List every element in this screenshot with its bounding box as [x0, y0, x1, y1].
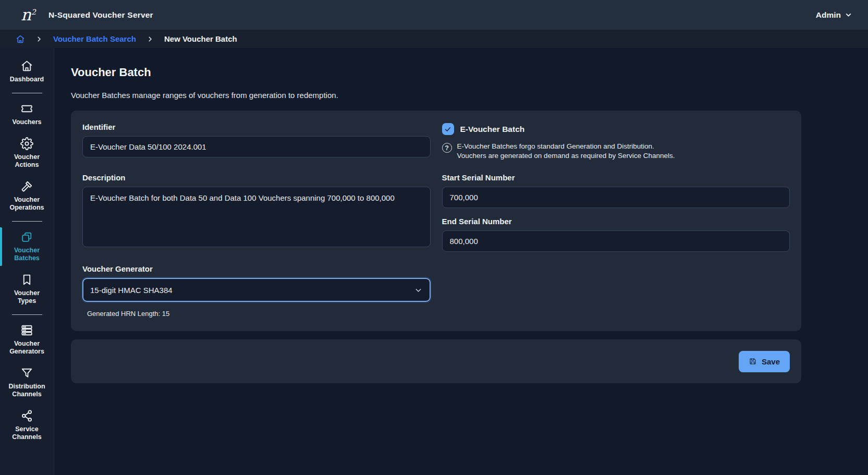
- check-icon: [444, 126, 451, 133]
- voucher-generator-select[interactable]: 15-digit HMAC SHA384: [82, 278, 431, 302]
- question-circle-icon: ?: [442, 143, 452, 153]
- home-icon: [16, 34, 25, 44]
- app-logo: n2: [21, 7, 36, 23]
- description-label: Description: [82, 173, 431, 182]
- gear-icon: [20, 137, 33, 150]
- voucher-generator-field: Voucher Generator 15-digit HMAC SHA384 G…: [82, 264, 431, 318]
- chevron-right-icon: [36, 36, 42, 42]
- start-serial-input[interactable]: [442, 187, 790, 208]
- evoucher-label: E-Voucher Batch: [460, 125, 525, 134]
- sidebar-item-voucher-batches[interactable]: Voucher Batches: [0, 225, 54, 268]
- floppy-disk-icon: [749, 357, 757, 366]
- voucher-generator-selected-value: 15-digit HMAC SHA384: [90, 286, 173, 295]
- breadcrumb-voucher-batch-search-link[interactable]: Voucher Batch Search: [53, 34, 136, 43]
- sidebar-item-voucher-generators[interactable]: Voucher Generators: [0, 319, 54, 361]
- breadcrumb: Voucher Batch Search New Voucher Batch: [0, 30, 868, 48]
- gavel-icon: [20, 180, 33, 193]
- sidebar-item-voucher-operations[interactable]: Voucher Operations: [0, 175, 54, 217]
- description-textarea[interactable]: E-Voucher Batch for both Data 50 and Dat…: [82, 187, 431, 247]
- page-subtitle: Voucher Batches manage ranges of voucher…: [71, 91, 801, 100]
- evoucher-section: E-Voucher Batch ? E-Voucher Batches forg…: [442, 123, 790, 161]
- sidebar-item-distribution-channels[interactable]: Distribution Channels: [0, 361, 54, 404]
- page-title: Voucher Batch: [71, 66, 801, 79]
- sidebar-item-vouchers[interactable]: Vouchers: [0, 97, 54, 132]
- end-serial-input[interactable]: [442, 230, 790, 252]
- sidebar-divider: [12, 221, 42, 222]
- share-icon: [20, 409, 33, 422]
- form-actions-bar: Save: [71, 339, 801, 383]
- main-content: Voucher Batch Voucher Batches manage ran…: [54, 48, 868, 475]
- ticket-icon: [20, 102, 33, 115]
- chevron-down-icon: [414, 286, 423, 295]
- identifier-label: Identifier: [82, 123, 431, 131]
- home-icon: [20, 59, 33, 72]
- server-icon: [20, 324, 33, 337]
- voucher-batch-form-card: Identifier E-Voucher Batch ?: [71, 111, 801, 331]
- funnel-icon: [20, 367, 33, 380]
- evoucher-help-text: E-Voucher Batches forgo standard Generat…: [457, 142, 675, 161]
- breadcrumb-current: New Voucher Batch: [164, 34, 237, 43]
- description-field: Description E-Voucher Batch for both Dat…: [82, 173, 431, 252]
- save-button-label: Save: [762, 357, 780, 366]
- identifier-field: Identifier: [82, 123, 431, 161]
- start-serial-field: Start Serial Number: [442, 173, 790, 208]
- serial-number-section: Start Serial Number End Serial Number: [442, 173, 790, 252]
- sidebar: Dashboard Vouchers Voucher Actions Vouch…: [0, 48, 54, 475]
- evoucher-checkbox[interactable]: [442, 123, 454, 135]
- end-serial-label: End Serial Number: [442, 217, 790, 226]
- hrn-length-note: Generated HRN Length: 15: [87, 310, 431, 318]
- end-serial-field: End Serial Number: [442, 217, 790, 252]
- chevron-down-icon: [845, 11, 852, 19]
- sidebar-item-voucher-types[interactable]: Voucher Types: [0, 268, 54, 311]
- chevron-right-icon: [147, 36, 153, 42]
- sidebar-divider: [12, 314, 42, 315]
- identifier-input[interactable]: [82, 136, 431, 157]
- admin-menu-label: Admin: [816, 10, 841, 20]
- sidebar-item-dashboard[interactable]: Dashboard: [0, 54, 54, 89]
- sidebar-divider: [12, 93, 42, 93]
- voucher-generator-label: Voucher Generator: [82, 264, 431, 273]
- admin-user-menu[interactable]: Admin: [816, 10, 852, 20]
- start-serial-label: Start Serial Number: [442, 173, 790, 182]
- save-button[interactable]: Save: [739, 351, 790, 372]
- app-header: n2 N-Squared Voucher Server Admin: [0, 0, 868, 30]
- breadcrumb-home-link[interactable]: [16, 34, 25, 44]
- sidebar-item-voucher-actions[interactable]: Voucher Actions: [0, 132, 54, 175]
- bookmark-icon: [20, 273, 33, 286]
- copy-icon: [20, 230, 33, 243]
- sidebar-item-service-channels[interactable]: Service Channels: [0, 404, 54, 447]
- app-title: N-Squared Voucher Server: [48, 10, 153, 20]
